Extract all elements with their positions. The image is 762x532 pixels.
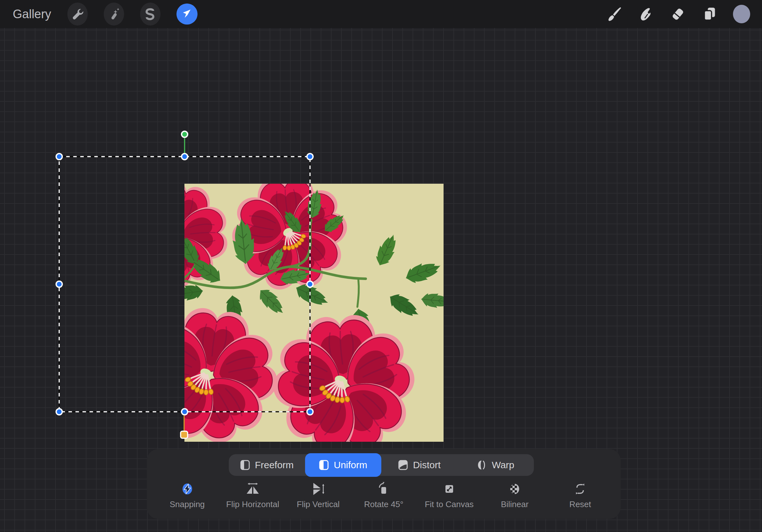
flip-vertical-button[interactable]: Flip Vertical (286, 480, 351, 517)
color-swatch (732, 4, 751, 24)
reset-icon (573, 482, 587, 496)
uniform-icon (319, 460, 329, 470)
flip-horizontal-button[interactable]: Flip Horizontal (220, 480, 285, 517)
smudge-icon (638, 6, 654, 22)
gallery-button[interactable]: Gallery (13, 7, 51, 21)
button-label: Fit to Canvas (425, 499, 474, 509)
fit-to-canvas-button[interactable]: Fit to Canvas (417, 480, 482, 517)
adjustments-magic-wand-icon (107, 7, 121, 21)
smudge-button[interactable] (630, 0, 662, 28)
rotate-45-button[interactable]: Rotate 45° (351, 480, 417, 517)
actions-wrench-icon (70, 7, 85, 21)
transform-actions: Snapping Flip Horizontal (154, 480, 613, 517)
tab-label: Uniform (334, 460, 367, 470)
bilinear-button[interactable]: Bilinear (482, 480, 547, 517)
top-toolbar: Gallery (0, 0, 762, 28)
eraser-button[interactable] (662, 0, 694, 28)
rotate-45-icon (376, 482, 391, 496)
button-label: Rotate 45° (364, 499, 403, 509)
bilinear-icon (507, 482, 522, 496)
selection-s-icon (143, 7, 157, 21)
color-button[interactable] (725, 0, 758, 28)
tab-label: Warp (492, 460, 514, 470)
tab-uniform[interactable]: Uniform (305, 453, 381, 477)
tab-distort[interactable]: Distort (381, 454, 458, 476)
tab-label: Freeform (255, 460, 294, 470)
eraser-icon (669, 6, 686, 22)
transform-mode-tabs: Freeform Uniform Distort (229, 454, 534, 476)
artwork-image[interactable] (185, 184, 443, 442)
actions-button[interactable] (67, 3, 88, 26)
button-label: Snapping (170, 499, 205, 509)
button-label: Flip Vertical (297, 499, 340, 509)
button-label: Reset (569, 499, 591, 509)
procreate-screen: Gallery (0, 0, 762, 532)
snapping-button[interactable]: Snapping (154, 480, 220, 517)
flip-horizontal-icon (245, 482, 260, 496)
tab-freeform[interactable]: Freeform (229, 454, 305, 476)
layers-button[interactable] (694, 0, 725, 28)
reset-button[interactable]: Reset (548, 480, 613, 517)
layers-icon (701, 6, 718, 22)
distort-icon (398, 460, 408, 470)
freeform-icon (240, 460, 250, 470)
transform-options-panel: Freeform Uniform Distort (147, 449, 621, 519)
fit-to-canvas-icon (442, 482, 457, 496)
tab-warp[interactable]: Warp (458, 454, 534, 476)
brush-button[interactable] (598, 0, 630, 28)
transform-button[interactable] (177, 4, 197, 25)
transform-arrow-icon (181, 8, 193, 21)
tab-label: Distort (413, 460, 441, 470)
button-label: Flip Horizontal (226, 499, 279, 509)
snapping-icon (180, 482, 194, 496)
flip-vertical-icon (311, 482, 326, 496)
warp-icon (477, 460, 487, 470)
selection-button[interactable] (140, 3, 161, 26)
brush-icon (606, 6, 622, 22)
adjustments-button[interactable] (104, 3, 124, 26)
button-label: Bilinear (501, 499, 529, 509)
